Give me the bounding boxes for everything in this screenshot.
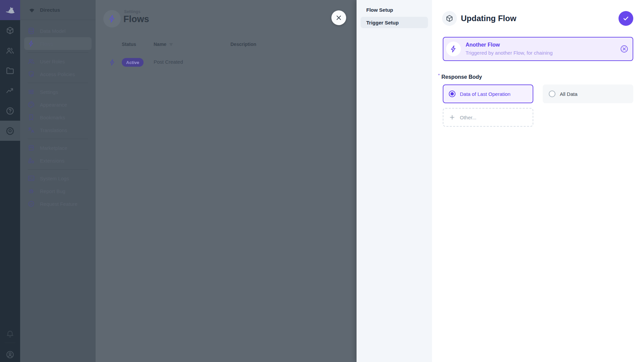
radio-option-all-data[interactable]: All Data (543, 84, 633, 103)
drawer-nav-flow-setup[interactable]: Flow Setup (361, 4, 428, 15)
project-name: Directus (40, 7, 60, 13)
module-content[interactable] (0, 20, 20, 41)
settings-nav-list: Data Model Flows User Roles Access Polic (20, 20, 96, 210)
radio-unchecked-icon (549, 90, 555, 97)
box-icon (6, 26, 14, 35)
sidebar-item-request-feature[interactable]: Request Feature (24, 197, 92, 210)
tune-icon (28, 88, 35, 96)
other-option-button[interactable]: Other... (443, 108, 533, 127)
required-marker: * (438, 73, 440, 78)
sidebar-item-label: Marketplace (40, 145, 67, 151)
module-settings[interactable] (0, 121, 20, 141)
radio-option-label: All Data (560, 91, 578, 97)
drawer-close-button[interactable] (331, 10, 346, 25)
bolt-icon (446, 42, 461, 56)
user-menu-button[interactable] (0, 345, 20, 362)
sidebar-item-appearance[interactable]: Appearance (24, 98, 92, 111)
status-badge: Active (122, 58, 144, 67)
sidebar-item-flows[interactable]: Flows (24, 37, 92, 50)
sidebar-item-extensions[interactable]: Extensions (24, 154, 92, 167)
module-users[interactable] (0, 41, 20, 61)
nav-divider (28, 139, 88, 139)
drawer-nav-trigger-setup[interactable]: Trigger Setup (361, 17, 428, 28)
column-header-description: Description (230, 42, 256, 47)
column-header-status: Status (122, 42, 136, 47)
app-root: Directus Data Model Flows User Roles (0, 0, 644, 362)
signal-icon (28, 6, 36, 14)
sidebar-item-settings[interactable]: Settings (24, 85, 92, 98)
trigger-card-title: Another Flow (466, 42, 500, 48)
sort-icon[interactable] (169, 42, 173, 47)
directus-logo-button[interactable] (0, 0, 20, 20)
sidebar-item-translations[interactable]: Translations (24, 124, 92, 136)
sidebar-item-label: Report Bug (40, 188, 65, 194)
database-icon (28, 27, 35, 35)
breadcrumb[interactable]: Settings (124, 9, 141, 14)
sidebar-item-system-logs[interactable]: System Logs (24, 172, 92, 185)
bell-icon (6, 329, 14, 338)
user-circle-icon (6, 350, 14, 359)
sidebar-item-marketplace[interactable]: Marketplace (24, 141, 92, 154)
bolt-icon (109, 59, 116, 66)
sidebar-item-label: Settings (40, 89, 58, 95)
package-icon (445, 14, 453, 22)
module-insights[interactable] (0, 81, 20, 101)
shield-badge-icon (28, 70, 35, 78)
close-icon (335, 14, 342, 21)
column-header-name[interactable]: Name (154, 42, 173, 47)
drawer-title: Updating Flow (461, 14, 516, 23)
sidebar-item-label: Data Model (40, 28, 66, 34)
bolt-icon (108, 14, 116, 23)
sidebar-item-label: Flows (40, 41, 53, 47)
rabbit-logo-icon (4, 4, 16, 16)
module-docs[interactable] (0, 101, 20, 121)
page-icon-circle (103, 10, 121, 27)
trigger-card-subtitle: Triggered by another Flow, for chaining (466, 50, 553, 56)
activity-icon (6, 86, 14, 95)
palette-icon (28, 101, 35, 108)
radio-option-label: Data of Last Operation (460, 91, 511, 97)
sidebar-item-label: System Logs (40, 176, 69, 181)
sidebar-item-user-roles[interactable]: User Roles (24, 55, 92, 68)
sidebar-item-access-policies[interactable]: Access Policies (24, 68, 92, 80)
check-icon (622, 15, 630, 22)
sidebar-item-data-model[interactable]: Data Model (24, 24, 92, 37)
help-icon (6, 107, 14, 115)
sidebar-item-label: Extensions (40, 158, 64, 164)
plus-icon (449, 114, 455, 121)
badge-check-icon (28, 200, 35, 207)
sidebar-item-label: Translations (40, 127, 67, 133)
nav-divider (28, 169, 88, 170)
bookmark-icon (28, 114, 35, 121)
nav-divider (28, 83, 88, 83)
drawer-nav-label: Trigger Setup (366, 20, 399, 25)
flows-page: Settings Flows Status Name Description A… (96, 0, 357, 362)
module-bar-divider (5, 343, 15, 343)
shapes-icon (28, 157, 35, 164)
users-icon (28, 58, 35, 65)
users-icon (6, 46, 14, 55)
bug-icon (28, 187, 35, 195)
x-circle-icon[interactable] (620, 45, 629, 53)
notifications-button[interactable] (0, 324, 20, 344)
sidebar-item-label: Appearance (40, 102, 67, 108)
other-option-label: Other... (460, 115, 476, 120)
drawer-nav: Flow Setup Trigger Setup (357, 0, 432, 362)
radio-checked-icon (449, 90, 455, 97)
save-button[interactable] (619, 11, 633, 26)
table-row[interactable]: Active Post Created (96, 56, 357, 69)
gear-icon (6, 126, 14, 135)
sidebar-item-bookmarks[interactable]: Bookmarks (24, 111, 92, 124)
project-header[interactable]: Directus (20, 0, 96, 20)
sidebar-item-label: Bookmarks (40, 115, 65, 120)
trigger-type-card[interactable]: Another Flow Triggered by another Flow, … (443, 37, 633, 61)
terminal-icon (28, 175, 35, 182)
response-body-label: Response Body (441, 74, 482, 80)
sidebar-item-label: User Roles (40, 59, 65, 64)
page-title: Flows (123, 14, 149, 24)
module-files[interactable] (0, 61, 20, 81)
translate-icon (28, 126, 35, 134)
radio-option-data-of-last-operation[interactable]: Data of Last Operation (443, 84, 533, 103)
sidebar-item-report-bug[interactable]: Report Bug (24, 185, 92, 197)
folder-icon (6, 66, 14, 75)
